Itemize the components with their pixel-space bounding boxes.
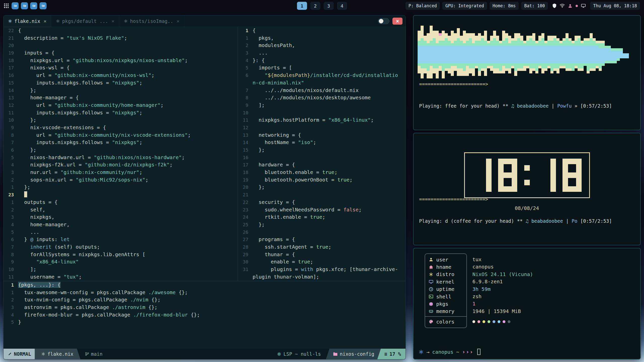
code-line[interactable]: 2 modulesPath, [238,42,406,49]
user-icon[interactable] [568,4,572,8]
code-line[interactable]: 1{ [238,27,406,34]
code-line[interactable]: 8 forAllSystems = nixpkgs.lib.genAttrs [ [4,251,237,258]
workspace-button-2[interactable]: 2 [310,2,320,10]
code-line[interactable]: 11 username = "tux"; [4,273,237,281]
code-line[interactable]: 3 nur.url = "github:nix-community/nur"; [4,169,237,176]
code-line[interactable]: 26 [238,229,406,236]
code-line[interactable]: 13 networking = { [238,131,406,139]
code-line[interactable]: 5 nixos-hardware.url = "github:nixos/nix… [4,154,237,161]
code-line[interactable]: 7 ../../modules/nixos/default.nix [238,87,406,94]
editor-pane-right[interactable]: 1{1 pkgs,2 modulesPath,3 ...4}: {5 impor… [238,27,406,281]
code-line[interactable]: 14 }; [4,87,237,94]
code-line[interactable]: 2 tux-nvim-config = pkgs.callPackage ./n… [4,296,406,304]
code-line[interactable]: 21 description = "tux's NixOS Flake"; [4,34,237,42]
code-line[interactable]: 19 bluetooth.powerOnBoot = true; [238,176,406,184]
code-line[interactable]: 9 nix-vscode-extensions = { [4,124,237,131]
code-line[interactable]: 1 }; [4,184,237,191]
code-line[interactable]: 24 rtkit.enable = true; [238,213,406,221]
code-line[interactable]: 7 inherit (self) outputs; [4,243,237,251]
code-line[interactable]: 31 plugins = with pkgs.xfce; [thunar-arc… [238,266,406,273]
code-line[interactable]: 13 home-manager = { [4,94,237,102]
code-line[interactable]: 3 nixpkgs, [4,213,237,221]
workspace-button-4[interactable]: 4 [337,2,347,10]
code-line[interactable]: 16 [238,154,406,161]
tag-icon[interactable]: SW [12,2,19,9]
code-line[interactable]: 2 sops-nix.url = "github:Mic92/sops-nix"… [4,176,237,184]
editor-pane-bottom[interactable]: 1{pkgs, ...}: {1 tux-awesome-wm-config =… [4,281,406,349]
code-line[interactable]: 7 inputs.nixpkgs.follows = "nixpkgs"; [4,139,237,146]
code-line[interactable]: 8 url = "github:nix-community/nix-vscode… [4,131,237,139]
shell-prompt[interactable]: → canopus ~ ››› [419,349,480,355]
app-launcher-icon[interactable] [4,4,9,8]
code-line[interactable]: 10 ]; [4,266,237,273]
code-line[interactable]: 5 imports = [ [238,64,406,72]
code-line[interactable]: 1{pkgs, ...}: { [4,281,406,289]
code-line[interactable]: 25 }; [238,221,406,229]
window-close-button[interactable]: × [392,18,403,25]
tab-close-icon[interactable]: × [177,18,180,24]
code-line[interactable]: 18 nixpkgs.url = "github:nixos/nixpkgs/n… [4,57,237,64]
code-line[interactable]: 15 }; [238,146,406,154]
tab-hosts/isoImag..[interactable]: hosts/isoImag..× [119,15,184,27]
tab-pkgs/default ...[interactable]: pkgs/default ...× [51,15,119,27]
code-line[interactable]: 1 tux-awesome-wm-config = pkgs.callPacka… [4,289,406,296]
code-line[interactable]: n-cd-minimal.nix" [238,79,406,87]
shield-icon[interactable] [552,4,556,8]
code-line[interactable]: plugin thunar-volman]; [238,273,406,281]
code-line[interactable]: 9 "x86_64-linux" [4,258,237,266]
tag-icon[interactable]: SW [30,2,37,9]
code-line[interactable]: 30 enable = true; [238,258,406,266]
code-line[interactable]: 14 hostName = "iso"; [238,139,406,146]
code-line[interactable]: 6 "${modulesPath}/installer/cd-dvd/insta… [238,72,406,79]
code-line[interactable]: 6 }; [4,146,237,154]
code-line[interactable]: 10 [238,109,406,117]
tab-flake.nix[interactable]: flake.nix× [4,15,51,27]
tab-close-icon[interactable]: × [111,18,114,24]
workspace-button-1[interactable]: 1 [297,2,307,10]
code-line[interactable]: 27 programs = { [238,236,406,243]
code-line[interactable]: 23 sudo.wheelNeedsPassword = false; [238,206,406,214]
tag-icon[interactable]: SW [21,2,28,9]
code-line[interactable]: 19 inputs = { [4,49,237,57]
system-tray [550,4,588,8]
workspace-button-3[interactable]: 3 [324,2,334,10]
code-line[interactable]: 4}: { [238,57,406,64]
code-line[interactable]: 1 outputs = { [4,199,237,206]
code-line[interactable]: 12 url = "github:nix-community/home-mana… [4,102,237,109]
code-line[interactable]: 11 inputs.nixpkgs.follows = "nixpkgs"; [4,109,237,117]
display-icon[interactable] [581,4,586,8]
toggle-switch[interactable] [378,18,389,24]
code-line[interactable]: 2 self, [4,206,237,214]
code-line[interactable]: 9 ]; [238,102,406,109]
code-line[interactable]: 20 [4,42,237,49]
wifi-icon[interactable] [560,4,565,8]
code-line[interactable]: 3 ... [238,49,406,57]
code-line[interactable]: 21 [238,191,406,199]
tab-close-icon[interactable]: × [44,18,47,24]
code-line[interactable]: 4 firefox-mod-blur = pkgs.callPackage ./… [4,311,406,319]
code-line[interactable]: 23 [4,191,237,199]
code-line[interactable]: 18 bluetooth.enable = true; [238,169,406,176]
code-line[interactable]: 28 ssh.startAgent = true; [238,243,406,251]
tag-icon[interactable]: SW [39,2,47,9]
code-line[interactable]: 5} [4,319,406,326]
editor-pane-left[interactable]: 22{21 description = "tux's NixOS Flake";… [4,27,237,281]
code-line[interactable]: 17 hardware = { [238,161,406,169]
code-line[interactable]: 8 ../../modules/nixos/desktop/awesome [238,94,406,102]
code-line[interactable]: 16 url = "github:nix-community/nixos-wsl… [4,72,237,79]
code-line[interactable]: 3 astronvim = pkgs.callPackage ./astronv… [4,304,406,311]
code-line[interactable]: 20 }; [238,184,406,191]
code-line[interactable]: 12 [238,124,406,131]
code-line[interactable]: 6 } @ inputs: let [4,236,237,243]
code-line[interactable]: 22 security = { [238,199,406,206]
code-line[interactable]: 17 nixos-wsl = { [4,64,237,72]
code-line[interactable]: 22{ [4,27,237,34]
code-line[interactable]: 29 thunar = { [238,251,406,258]
code-line[interactable]: 15 inputs.nixpkgs.follows = "nixpkgs"; [4,79,237,87]
code-line[interactable]: 10 }; [4,116,237,124]
code-line[interactable]: 5 ... [4,229,237,236]
code-line[interactable]: 11 nixpkgs.hostPlatform = "x86_64-linux"… [238,116,406,124]
code-line[interactable]: 4 home-manager, [4,221,237,229]
code-line[interactable]: 4 nixpkgs-f2k.url = "github:moni-dz/nixp… [4,161,237,169]
code-line[interactable]: 1 pkgs, [238,34,406,42]
